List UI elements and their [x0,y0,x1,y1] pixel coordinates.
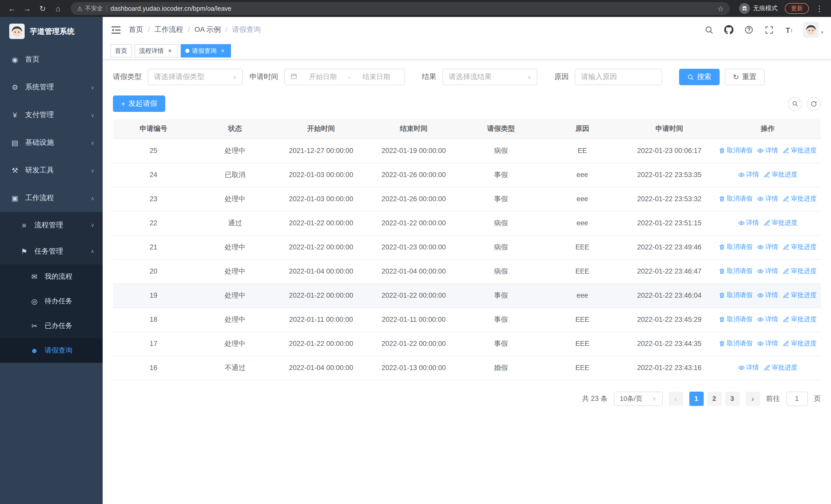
cell-apply-id: 22 [113,211,194,235]
breadcrumb-home[interactable]: 首页 [129,25,143,34]
sidebar-item-leave-query[interactable]: ☻ 请假查询 [0,338,103,363]
cell-apply-time: 2022-01-22 23:53:32 [624,187,715,211]
prev-page-button[interactable]: ‹ [668,391,683,406]
tab-leave-query[interactable]: 请假查询 × [181,44,231,58]
reload-icon[interactable]: ↻ [36,2,49,15]
detail-link[interactable]: 详情 [757,195,778,203]
reset-button[interactable]: ↻ 重置 [725,69,765,85]
cell-apply-time: 2022-01-22 23:44:35 [624,331,715,356]
fullscreen-icon[interactable] [764,24,775,35]
detail-link[interactable]: 详情 [757,243,778,251]
sidebar-toggle-icon[interactable] [110,24,122,35]
bookmark-star-icon[interactable]: ☆ [717,4,724,12]
approval-progress-link[interactable]: 审批进度 [783,315,816,324]
goto-page-input[interactable] [786,391,808,406]
approval-progress-link[interactable]: 审批进度 [783,291,816,300]
incognito-badge: 无痕模式 [739,3,778,14]
help-icon[interactable] [744,24,755,35]
app-logo-row[interactable]: 芋道管理系统 [0,17,103,46]
sidebar-item-task-management[interactable]: ⚑ 任务管理 ∧ [0,238,103,264]
table-header-row: 申请编号 状态 开始时间 结束时间 请假类型 原因 申请时间 操作 [113,119,821,139]
forward-icon[interactable]: → [21,2,34,15]
detail-link[interactable]: 详情 [757,267,778,276]
apply-time-range-picker[interactable]: 开始日期 - 结束日期 [284,69,405,85]
detail-link[interactable]: 详情 [738,170,759,179]
cancel-leave-link[interactable]: 取消请假 [719,146,752,155]
approval-progress-link[interactable]: 审批进度 [764,219,797,227]
approval-progress-link[interactable]: 审批进度 [783,243,816,251]
approval-progress-link[interactable]: 审批进度 [783,195,816,203]
tab-home[interactable]: 首页 [110,44,132,58]
home-icon[interactable]: ⌂ [51,2,65,15]
workflow-icon: ▣ [10,194,20,202]
detail-link[interactable]: 详情 [738,219,759,227]
page-button-1[interactable]: 1 [689,391,704,406]
breadcrumb-workflow[interactable]: 工作流程 [154,25,183,34]
address-bar[interactable]: ⚠ 不安全 dashboard.yudao.iocoder.cn/bpm/oa/… [71,2,730,15]
cancel-leave-link[interactable]: 取消请假 [719,339,752,348]
sidebar-item-todo-tasks[interactable]: ◎ 待办任务 [0,289,103,314]
close-icon[interactable]: × [166,47,173,54]
browser-menu-icon[interactable]: ⋮ [813,4,826,13]
hide-search-button[interactable] [788,97,802,111]
sidebar-item-workflow[interactable]: ▣ 工作流程 ∧ [0,184,103,212]
cancel-leave-link[interactable]: 取消请假 [719,243,752,251]
approval-progress-link[interactable]: 审批进度 [764,170,797,179]
tab-label: 流程详情 [139,47,164,55]
tab-process-detail[interactable]: 流程详情 × [135,44,178,58]
refresh-table-button[interactable] [807,97,821,111]
detail-link[interactable]: 详情 [757,291,778,300]
table-row: 22通过2022-01-22 00:00:002022-01-22 00:00:… [113,211,821,235]
close-icon[interactable]: × [219,47,226,54]
back-icon[interactable]: ← [5,2,19,15]
sidebar-item-payment[interactable]: ¥ 支付管理 ∨ [0,101,103,129]
next-page-button[interactable]: › [746,391,760,406]
update-button[interactable]: 更新 [785,3,809,14]
page-button-2[interactable]: 2 [707,391,721,406]
leave-type-select[interactable]: 请选择请假类型 ∨ [148,69,243,85]
detail-link[interactable]: 详情 [757,339,778,348]
detail-link[interactable]: 详情 [757,315,778,324]
browser-toolbar: ← → ↻ ⌂ ⚠ 不安全 dashboard.yudao.iocoder.cn… [0,0,831,17]
sidebar-item-home[interactable]: ◉ 首页 [0,46,103,73]
chevron-down-icon: ∨ [91,140,94,146]
security-chip[interactable]: ⚠ 不安全 [77,5,103,12]
approval-progress-link[interactable]: 审批进度 [783,146,816,155]
cancel-leave-link[interactable]: 取消请假 [719,291,752,300]
create-leave-button[interactable]: + 发起请假 [113,95,165,112]
sidebar-item-my-process[interactable]: ✉ 我的流程 [0,264,103,289]
search-button[interactable]: 搜索 [679,69,720,85]
detail-link[interactable]: 详情 [738,363,759,372]
cancel-leave-link[interactable]: 取消请假 [719,195,752,203]
leave-type-label: 请假类型 [113,72,142,82]
user-menu[interactable]: ▾ [804,22,823,37]
sidebar-item-done-tasks[interactable]: ✂ 已办任务 [0,314,103,338]
flag-icon: ⚑ [20,247,29,255]
breadcrumb-oa-example[interactable]: OA 示例 [195,25,221,34]
cell-apply-id: 20 [113,259,194,283]
page-size-select[interactable]: 10条/页 ∨ [613,391,662,406]
cancel-leave-link[interactable]: 取消请假 [719,267,752,276]
sidebar-item-infrastructure[interactable]: ▤ 基础设施 ∨ [0,129,103,156]
col-start-time: 开始时间 [276,119,366,139]
warning-icon: ⚠ [77,5,83,12]
sidebar-item-system[interactable]: ⚙ 系统管理 ∨ [0,73,103,101]
reason-input[interactable]: 请输入原因 [575,69,662,85]
approval-progress-link[interactable]: 审批进度 [764,363,797,372]
font-size-icon[interactable]: T↕ [783,24,795,35]
incognito-label: 无痕模式 [753,4,778,13]
cancel-leave-link[interactable]: 取消请假 [719,315,752,324]
breadcrumb-separator: / [225,26,227,34]
github-icon[interactable] [723,24,735,35]
sidebar-item-process-management[interactable]: ≡ 流程管理 ∨ [0,212,103,238]
cell-status: 处理中 [194,259,276,283]
search-icon[interactable] [704,24,715,35]
approval-progress-link[interactable]: 审批进度 [783,339,816,348]
tags-view: 首页 流程详情 × 请假查询 × [103,42,831,60]
approval-progress-link[interactable]: 审批进度 [783,267,816,276]
result-select[interactable]: 请选择流结果 ∨ [442,69,537,85]
detail-link[interactable]: 详情 [757,146,778,155]
page-button-3[interactable]: 3 [725,391,739,406]
sidebar-item-devtools[interactable]: ⚒ 研发工具 ∨ [0,156,103,184]
breadcrumb-separator: / [188,26,190,34]
